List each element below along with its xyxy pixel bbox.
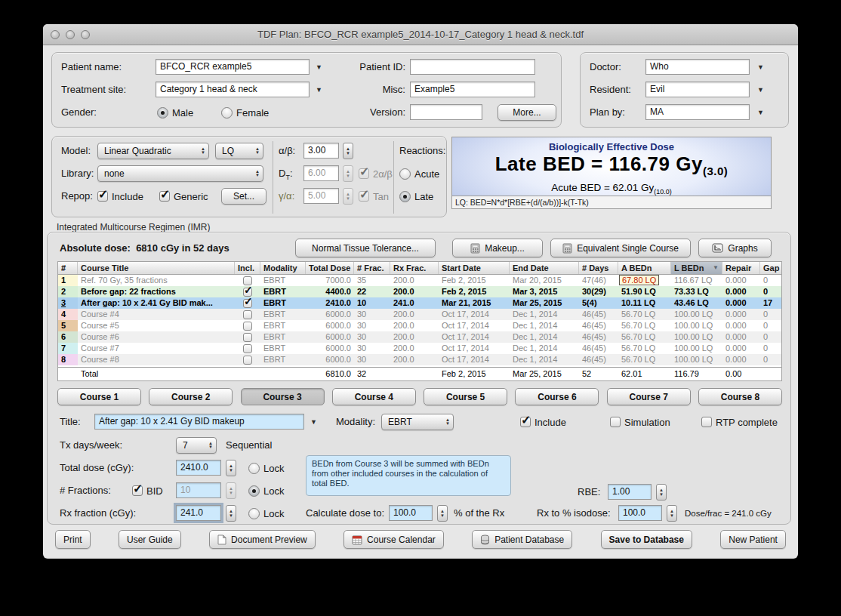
repop-generic-checkbox[interactable]: Generic: [159, 188, 208, 205]
col-header-rxfrac[interactable]: Rx Frac.: [390, 262, 439, 274]
course-7-button[interactable]: Course 7: [607, 388, 691, 405]
reactions-acute-radio[interactable]: Acute: [399, 165, 439, 182]
patient-name-field[interactable]: BFCO_RCR example5: [156, 59, 310, 75]
course-5-button[interactable]: Course 5: [424, 388, 507, 405]
rxfraction-stepper[interactable]: ▲▼: [226, 505, 236, 522]
set-button[interactable]: Set...: [221, 188, 266, 205]
planby-field[interactable]: MA: [645, 104, 750, 120]
col-header-lbedn[interactable]: L BEDn▼: [671, 262, 722, 274]
treatment-site-field[interactable]: Category 1 head & neck: [156, 82, 310, 97]
repop-include-checkbox[interactable]: Include: [97, 188, 143, 205]
print-button[interactable]: Print: [55, 530, 91, 549]
col-header-title[interactable]: Course Title: [78, 262, 235, 274]
library-popup[interactable]: none▲▼: [97, 165, 263, 182]
rbe-stepper[interactable]: ▲▼: [656, 484, 667, 500]
course-row-5[interactable]: 5Course #5EBRT6000.030200.0Oct 17, 2014D…: [58, 320, 781, 331]
calcdose-field[interactable]: 100.0: [389, 505, 433, 521]
resident-dropdown-icon[interactable]: ▼: [757, 82, 764, 98]
treatment-site-dropdown-icon[interactable]: ▼: [316, 82, 322, 98]
col-header-gap[interactable]: Gap: [760, 262, 784, 274]
dt-stepper[interactable]: ▲▼: [343, 165, 353, 182]
makeup-button[interactable]: Makeup...: [452, 239, 543, 257]
gender-male-radio[interactable]: Male: [157, 104, 193, 121]
course-row-3[interactable]: 3After gap: 10 x 2.41 Gy BID mak...EBRT2…: [58, 297, 781, 309]
row-include-checkbox[interactable]: [243, 344, 252, 353]
totaldose-lock-radio[interactable]: Lock: [248, 460, 284, 476]
course-1-button[interactable]: Course 1: [57, 388, 141, 405]
user-guide-button[interactable]: User Guide: [119, 530, 181, 549]
model-popup[interactable]: Linear Quadratic▲▼: [97, 143, 209, 159]
two-alpha-beta-checkbox[interactable]: 2α/β: [359, 165, 393, 182]
misc-field[interactable]: Example5: [410, 82, 535, 97]
planby-dropdown-icon[interactable]: ▼: [757, 104, 764, 121]
col-header-enddate[interactable]: End Date: [510, 262, 579, 274]
model-short-popup[interactable]: LQ▲▼: [215, 143, 263, 159]
course-8-button[interactable]: Course 8: [698, 388, 782, 405]
row-include-checkbox[interactable]: [243, 356, 252, 365]
rxfraction-lock-radio[interactable]: Lock: [248, 505, 284, 522]
graphs-button[interactable]: Graphs: [698, 239, 772, 257]
save-to-database-button[interactable]: Save to Database: [601, 530, 692, 549]
titlebar[interactable]: TDF Plan: BFCO_RCR example5_2014-10-17_C…: [43, 24, 798, 45]
row-include-checkbox[interactable]: [243, 322, 252, 331]
normal-tissue-tolerance-button[interactable]: Normal Tissue Tolerance...: [295, 239, 436, 257]
col-header-modality[interactable]: Modality: [260, 262, 306, 274]
isodose-field[interactable]: 100.0: [618, 505, 662, 521]
course-table-header[interactable]: # Course Title Incl. Modality Total Dose…: [58, 262, 781, 275]
row-include-checkbox-checked[interactable]: [243, 288, 252, 297]
totaldose-stepper[interactable]: ▲▼: [226, 460, 236, 476]
col-header-numdays[interactable]: # Days: [579, 262, 618, 274]
course-row-6[interactable]: 6Course #6EBRT6000.030200.0Oct 17, 2014D…: [58, 331, 781, 343]
course-title-dropdown-icon[interactable]: ▼: [310, 414, 317, 430]
course-2-button[interactable]: Course 2: [149, 388, 233, 405]
doctor-field[interactable]: Who: [645, 59, 750, 75]
rtp-complete-checkbox[interactable]: RTP complete: [701, 414, 778, 430]
isodose-stepper[interactable]: ▲▼: [667, 505, 677, 522]
col-header-startdate[interactable]: Start Date: [439, 262, 510, 274]
modality-popup[interactable]: EBRT▲▼: [381, 414, 454, 430]
course-3-button[interactable]: Course 3: [241, 388, 325, 405]
equivalent-single-course-button[interactable]: Equivalent Single Course: [550, 239, 691, 257]
doctor-dropdown-icon[interactable]: ▼: [757, 59, 764, 75]
alpha-beta-field[interactable]: 3.00: [303, 143, 339, 159]
course-row-2[interactable]: 2Before gap: 22 fractionsEBRT4400.022200…: [58, 286, 781, 297]
txdays-popup[interactable]: 7▲▼: [176, 437, 217, 454]
version-field[interactable]: [410, 104, 482, 120]
course-row-7[interactable]: 7Course #7EBRT6000.030200.0Oct 17, 2014D…: [58, 343, 781, 354]
row-include-checkbox[interactable]: [243, 310, 252, 319]
col-header-abedn[interactable]: A BEDn: [618, 262, 671, 274]
new-patient-button[interactable]: New Patient: [720, 530, 786, 549]
dt-field[interactable]: 6.00: [303, 165, 339, 181]
simulation-checkbox[interactable]: Simulation: [610, 414, 670, 430]
alpha-beta-stepper[interactable]: ▲▼: [343, 143, 353, 159]
fractions-stepper[interactable]: ▲▼: [226, 482, 236, 499]
calcdose-stepper[interactable]: ▲▼: [437, 505, 448, 522]
row-include-checkbox-checked[interactable]: [243, 299, 252, 308]
zoom-button[interactable]: [81, 30, 90, 39]
row-include-checkbox[interactable]: [243, 276, 252, 285]
course-4-button[interactable]: Course 4: [332, 388, 416, 405]
gamma-alpha-stepper[interactable]: ▲▼: [343, 188, 353, 205]
course-calendar-button[interactable]: Course Calendar: [343, 530, 444, 549]
fractions-field[interactable]: 10: [176, 482, 221, 498]
patient-id-field[interactable]: [410, 59, 535, 75]
course-row-4[interactable]: 4Course #4EBRT6000.030200.0Oct 17, 2014D…: [58, 309, 781, 320]
col-header-num[interactable]: #: [58, 262, 78, 274]
totaldose-field[interactable]: 2410.0: [176, 460, 221, 476]
close-button[interactable]: [51, 30, 60, 39]
gender-female-radio[interactable]: Female: [221, 104, 269, 121]
bid-checkbox[interactable]: BID: [132, 482, 163, 499]
course-row-8[interactable]: 8Course #8EBRT6000.030200.0Oct 17, 2014D…: [58, 354, 781, 365]
rbe-field[interactable]: 1.00: [608, 484, 652, 500]
gamma-alpha-field[interactable]: 5.00: [303, 188, 339, 204]
patient-name-dropdown-icon[interactable]: ▼: [316, 59, 322, 75]
patient-database-button[interactable]: Patient Database: [472, 530, 572, 549]
col-header-incl[interactable]: Incl.: [235, 262, 260, 274]
col-header-numfrac[interactable]: # Frac.: [354, 262, 390, 274]
rxfraction-field[interactable]: 241.0: [176, 505, 221, 521]
include-checkbox[interactable]: Include: [520, 414, 566, 430]
reactions-late-radio[interactable]: Late: [399, 188, 433, 205]
course-6-button[interactable]: Course 6: [515, 388, 599, 405]
more-button[interactable]: More...: [498, 104, 556, 121]
document-preview-button[interactable]: Document Preview: [209, 530, 316, 549]
